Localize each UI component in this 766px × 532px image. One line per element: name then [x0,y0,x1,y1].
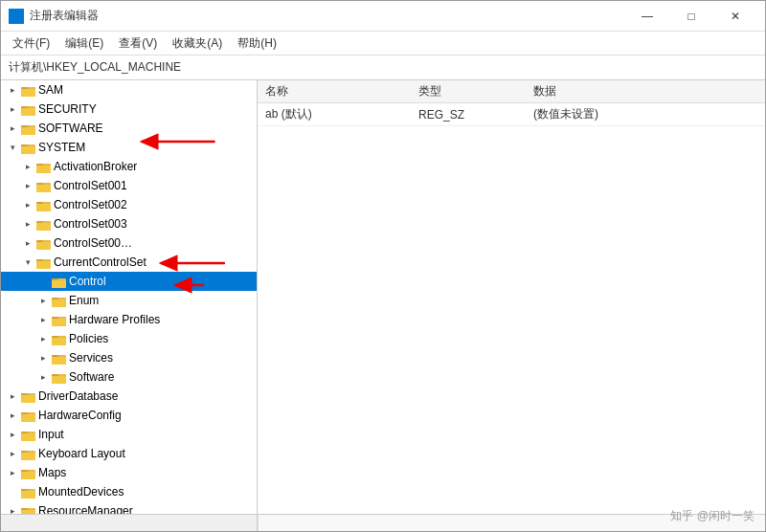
expand-arrow-currentcontrolset[interactable] [20,255,35,270]
svg-rect-17 [36,164,43,166]
tree-item-hardwareconfig[interactable]: HardwareConfig [1,406,257,425]
tree-label-controlset001: ControlSet001 [54,179,127,192]
svg-rect-36 [52,280,66,288]
tree-label-resourcemanager: ResourceManager [38,504,133,514]
expand-arrow-keyboardlayout[interactable] [5,446,20,461]
col-name[interactable]: 名称 [258,80,411,103]
tree-label-currentcontrolset: CurrentControlSet [54,255,146,269]
tree-item-hardwareprofiles[interactable]: Hardware Profiles [1,310,257,329]
expand-arrow-software-child[interactable] [35,369,51,385]
tree-item-driverdatabase[interactable]: DriverDatabase [1,387,257,406]
folder-icon-system [20,140,35,155]
tree-panel[interactable]: SAM SECURITY SOFTWARE [1,80,258,514]
table-row[interactable]: ab (默认) REG_SZ (数值未设置) [258,103,765,126]
folder-icon-hardwareconfig [20,408,35,423]
svg-rect-63 [21,453,35,460]
tree-item-controlset002[interactable]: ControlSet002 [1,195,257,214]
expand-arrow-driverdatabase[interactable] [5,388,20,404]
col-type[interactable]: 类型 [411,80,526,103]
svg-rect-9 [21,108,35,116]
svg-rect-57 [21,414,35,422]
tree-label-keyboardlayout: Keyboard Layout [38,447,125,460]
expand-arrow-software-root[interactable] [5,121,20,136]
expand-arrow-control[interactable] [35,274,51,289]
minimize-button[interactable]: — [625,1,669,32]
svg-rect-48 [52,357,66,365]
expand-arrow-policies[interactable] [35,331,51,346]
close-button[interactable]: ✕ [713,1,757,32]
tree-item-controlset00x[interactable]: ControlSet00… [1,233,257,253]
expand-arrow-activationbroker[interactable] [20,159,35,174]
tree-item-security[interactable]: SECURITY [1,100,257,119]
svg-rect-12 [21,127,35,135]
tree-item-enum[interactable]: Enum [1,291,257,310]
window-controls: — □ ✕ [625,1,757,32]
svg-rect-38 [52,298,58,299]
svg-rect-26 [36,221,43,223]
menu-favorites[interactable]: 收藏夹(A) [165,33,230,54]
svg-rect-23 [36,202,43,204]
tree-label-enum: Enum [69,294,99,307]
svg-rect-24 [36,204,51,211]
expand-arrow-controlset00x[interactable] [20,235,35,251]
tree-item-maps[interactable]: Maps [1,463,257,482]
svg-rect-32 [36,259,43,261]
tree-label-controlset00x: ControlSet00… [54,236,132,250]
folder-icon-enum [51,293,66,308]
tree-item-software-child[interactable]: Software [1,367,257,387]
expand-arrow-security[interactable] [5,101,20,117]
col-data[interactable]: 数据 [526,80,765,103]
maximize-button[interactable]: □ [669,1,713,32]
menu-file[interactable]: 文件(F) [5,33,57,54]
expand-arrow-input[interactable] [5,427,20,442]
svg-rect-6 [21,89,35,97]
expand-arrow-sam[interactable] [5,82,20,98]
tree-item-resourcemanager[interactable]: ResourceManager [1,501,257,514]
svg-rect-41 [52,317,58,319]
menu-view[interactable]: 查看(V) [111,33,165,54]
svg-rect-35 [52,278,58,280]
menu-help[interactable]: 帮助(H) [230,33,284,54]
tree-item-control[interactable]: Control [1,272,257,291]
tree-item-mounteddevices[interactable]: MountedDevices [1,482,257,501]
folder-icon-sam [20,82,35,98]
folder-icon-mounteddevices [20,484,35,499]
tree-label-security: SECURITY [38,102,97,116]
horizontal-scrollbar[interactable] [1,514,765,531]
expand-arrow-hardwareconfig[interactable] [5,408,20,423]
svg-rect-47 [52,355,58,357]
expand-arrow-system[interactable] [5,140,20,155]
tree-item-controlset001[interactable]: ControlSet001 [1,176,257,195]
tree-item-sam[interactable]: SAM [1,80,257,100]
tree-item-system[interactable]: SYSTEM [1,138,257,157]
expand-arrow-maps[interactable] [5,465,20,480]
tree-item-currentcontrolset[interactable]: CurrentControlSet [1,253,257,272]
expand-arrow-hardwareprofiles[interactable] [35,312,51,327]
svg-rect-18 [36,166,51,173]
svg-rect-27 [36,223,51,231]
tree-item-services[interactable]: Services [1,348,257,367]
svg-rect-69 [21,491,35,499]
tree-item-policies[interactable]: Policies [1,329,257,348]
tree-item-controlset003[interactable]: ControlSet003 [1,214,257,233]
expand-arrow-mounteddevices [5,484,20,499]
expand-arrow-controlset002[interactable] [20,197,35,212]
tree-item-software-root[interactable]: SOFTWARE [1,119,257,138]
svg-rect-65 [21,470,28,472]
expand-arrow-enum[interactable] [35,293,51,308]
svg-rect-50 [52,374,58,376]
menu-edit[interactable]: 编辑(E) [57,33,111,54]
expand-arrow-services[interactable] [35,350,51,366]
expand-arrow-resourcemanager[interactable] [5,503,20,514]
expand-arrow-controlset001[interactable] [20,178,35,193]
folder-icon-control [51,274,66,289]
svg-rect-3 [17,17,22,22]
folder-icon-resourcemanager [20,503,35,514]
tree-item-activationbroker[interactable]: ActivationBroker [1,157,257,176]
tree-label-maps: Maps [38,466,66,479]
tree-item-input[interactable]: Input [1,425,257,444]
svg-rect-39 [52,299,66,307]
tree-item-keyboardlayout[interactable]: Keyboard Layout [1,444,257,463]
tree-label-activationbroker: ActivationBroker [54,160,137,173]
expand-arrow-controlset003[interactable] [20,216,35,232]
